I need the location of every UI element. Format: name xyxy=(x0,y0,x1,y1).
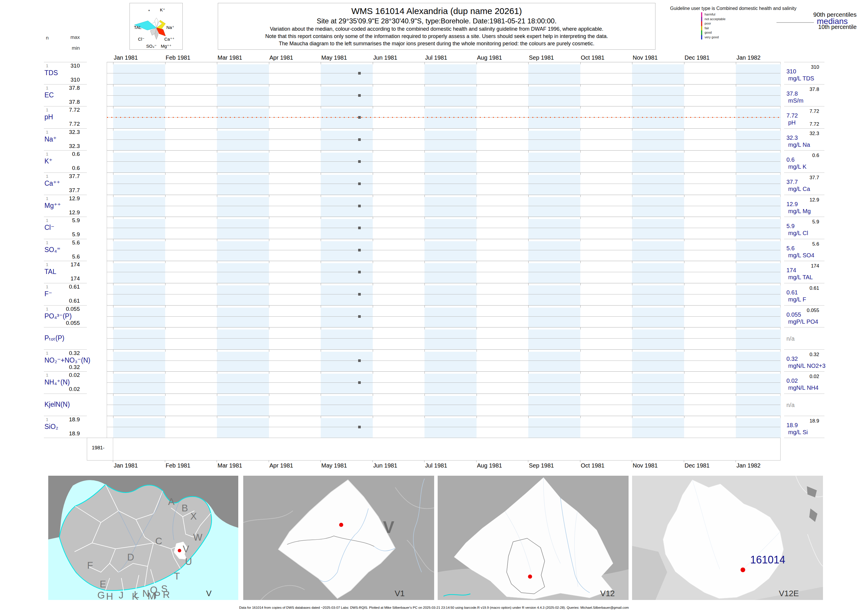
month-tick xyxy=(269,195,269,197)
month-tick xyxy=(113,62,113,64)
month-band xyxy=(736,197,781,217)
month-band xyxy=(217,87,269,106)
row-separator-right xyxy=(784,327,825,327)
month-tick xyxy=(528,394,529,396)
month-tick xyxy=(425,217,425,219)
month-band xyxy=(632,263,684,283)
month-band xyxy=(736,308,781,327)
row-median-value: 0.02 xyxy=(786,377,798,384)
month-label-bottom: Aug 1981 xyxy=(477,462,502,469)
quality-class-swatch-very-good xyxy=(701,35,702,40)
maucha-label-so4: SO₄⁼ xyxy=(146,43,157,49)
month-label-top: Jun 1981 xyxy=(374,54,397,61)
month-tick xyxy=(217,129,217,131)
month-tick xyxy=(736,129,736,131)
row-unit: mg/L TAL xyxy=(788,274,813,281)
month-band xyxy=(528,263,580,283)
month-tick xyxy=(528,106,529,109)
month-tick xyxy=(113,217,113,219)
month-tick xyxy=(113,327,113,330)
month-tick xyxy=(373,129,373,131)
month-tick xyxy=(580,84,581,87)
month-tick xyxy=(321,62,321,64)
row-midline xyxy=(107,250,780,250)
month-tick xyxy=(580,305,581,308)
month-band xyxy=(632,175,684,195)
month-band xyxy=(113,396,165,416)
month-band xyxy=(736,64,781,84)
month-label-bottom: Nov 1981 xyxy=(632,462,658,469)
month-tick xyxy=(528,372,529,374)
month-band xyxy=(321,374,373,394)
row-max-value: 0.61 xyxy=(45,284,80,290)
axis-tick-bottom xyxy=(165,460,165,462)
maucha-label-na: Na⁺ xyxy=(166,25,174,30)
month-band xyxy=(321,330,373,349)
month-label-top: Sep 1981 xyxy=(529,54,554,61)
month-band xyxy=(736,87,781,106)
month-tick xyxy=(632,173,632,175)
region-letter-W: W xyxy=(193,532,203,543)
quality-class-label: very good xyxy=(705,36,719,39)
site-marker xyxy=(178,549,181,552)
month-band xyxy=(632,308,684,327)
row-max-value: 0.055 xyxy=(45,306,80,312)
region-letter-V: V xyxy=(183,544,189,554)
quality-class-swatch-harmful xyxy=(701,12,702,17)
month-band xyxy=(736,175,781,195)
month-band xyxy=(528,219,580,239)
month-tick xyxy=(528,327,529,330)
axis-tick-bottom xyxy=(476,460,477,462)
row-median-value: 5.6 xyxy=(786,245,795,252)
row-min-value: 0.6 xyxy=(45,165,80,171)
month-tick xyxy=(632,327,632,330)
month-band xyxy=(113,308,165,327)
month-tick xyxy=(217,372,217,374)
quality-class-label: fair xyxy=(705,26,709,30)
month-tick xyxy=(217,394,217,396)
month-band xyxy=(113,87,165,106)
region-letter-R: R xyxy=(163,589,170,600)
month-label-bottom: Jul 1981 xyxy=(425,462,447,469)
month-tick xyxy=(113,261,113,263)
month-band xyxy=(321,263,373,283)
month-tick xyxy=(580,150,581,153)
month-band xyxy=(113,197,165,217)
month-tick xyxy=(321,283,321,285)
month-tick xyxy=(269,239,269,241)
month-tick xyxy=(217,239,217,241)
row-separator-left xyxy=(44,150,87,150)
sample-point xyxy=(358,160,361,163)
month-tick xyxy=(373,261,373,263)
month-tick xyxy=(425,84,425,87)
row-median-value: 174 xyxy=(786,267,796,274)
row-min-value: 32.3 xyxy=(45,143,80,149)
row-min-value: 7.72 xyxy=(45,121,80,127)
month-label-top: May 1981 xyxy=(321,54,347,61)
row-separator-right xyxy=(784,261,825,261)
maucha-label-star: * xyxy=(148,8,150,14)
month-tick xyxy=(528,305,529,308)
month-tick xyxy=(321,327,321,330)
month-tick xyxy=(632,283,632,285)
row-min-value: 174 xyxy=(45,275,80,282)
month-tick xyxy=(632,394,632,396)
month-tick xyxy=(528,283,529,285)
row-separator-left xyxy=(44,172,87,173)
month-tick xyxy=(632,129,632,131)
month-tick xyxy=(736,150,736,153)
sample-point xyxy=(358,72,361,74)
row-median-value: 310 xyxy=(786,68,796,75)
month-tick xyxy=(632,106,632,109)
month-tick xyxy=(580,327,581,330)
month-band xyxy=(736,374,781,394)
month-band xyxy=(736,131,781,150)
row-separator-right xyxy=(784,195,825,195)
row-unit: mgN/L NH4 xyxy=(788,385,818,391)
median-line-sample xyxy=(777,22,814,23)
param-row-SiO₂ xyxy=(107,416,781,438)
guideline-user-type: Guideline user type is Combined domestic… xyxy=(670,6,797,11)
row-separator-right xyxy=(784,371,825,372)
month-label-bottom: May 1981 xyxy=(321,462,347,469)
axis-tick-bottom xyxy=(684,460,684,462)
